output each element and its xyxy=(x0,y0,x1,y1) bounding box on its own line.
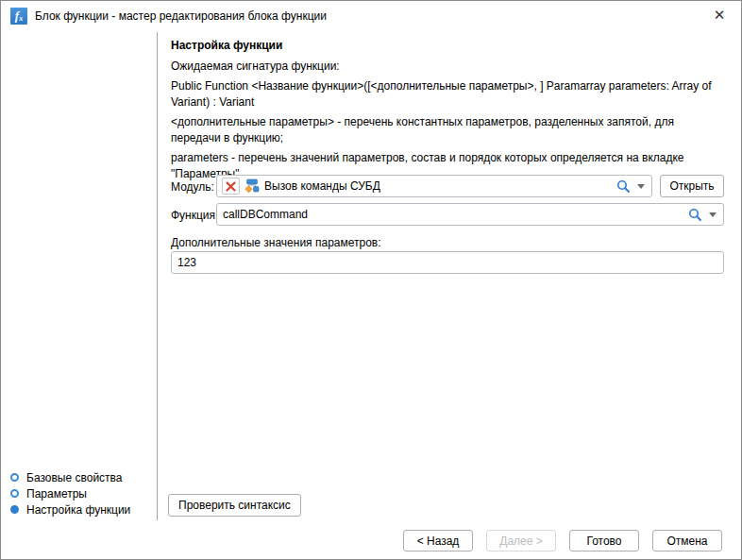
open-module-button[interactable]: Открыть xyxy=(660,175,724,197)
next-button: Далее > xyxy=(486,530,556,552)
step-label: Базовые свойства xyxy=(26,471,123,484)
fx-icon-x: x xyxy=(19,14,23,23)
module-label: Модуль: xyxy=(171,180,214,194)
step-bullet-icon xyxy=(10,473,19,482)
search-icon[interactable] xyxy=(688,208,702,222)
step-label: Параметры xyxy=(26,487,87,501)
wizard-dialog: fx Блок функции - мастер редактирования … xyxy=(0,0,742,560)
desc-signature: Public Function <Название функции>([<доп… xyxy=(171,78,726,110)
step-bullet-icon xyxy=(10,489,19,498)
step-label: Настройка функции xyxy=(26,503,130,517)
module-flowchart-icon xyxy=(245,178,260,194)
back-button[interactable]: < Назад xyxy=(403,530,473,552)
function-dropdown-icon[interactable] xyxy=(709,212,717,217)
step-function-setup[interactable]: Настройка функции xyxy=(10,501,130,518)
step-basic-properties[interactable]: Базовые свойства xyxy=(10,469,130,485)
module-combo[interactable]: Вызов команды СУБД xyxy=(216,175,652,197)
extra-params-input[interactable] xyxy=(171,251,724,274)
signature-description: Ожидаемая сигнатура функции: Public Func… xyxy=(171,59,726,186)
clear-module-button[interactable] xyxy=(222,178,240,195)
title-bar: fx Блок функции - мастер редактирования … xyxy=(1,1,741,31)
wizard-steps: Базовые свойства Параметры Настройка фун… xyxy=(10,469,130,518)
search-icon[interactable] xyxy=(616,179,631,194)
cancel-button[interactable]: Отмена xyxy=(652,530,722,552)
function-label: Функция: xyxy=(171,209,218,222)
desc-expected-signature: Ожидаемая сигнатура функции: xyxy=(171,59,726,75)
wizard-buttons: < Назад Далее > Готово Отмена xyxy=(403,530,722,552)
step-parameters[interactable]: Параметры xyxy=(10,485,130,501)
step-bullet-active-icon xyxy=(10,505,19,514)
function-fx-icon: fx xyxy=(10,8,27,25)
function-value: callDBCommand xyxy=(223,208,308,221)
window-title: Блок функции - мастер редактирования бло… xyxy=(35,1,327,31)
extra-params-label: Дополнительные значения параметров: xyxy=(171,236,381,249)
sidebar-divider xyxy=(157,32,158,520)
desc-extra-params: <дополнительные параметры> - перечень ко… xyxy=(171,114,726,146)
finish-button[interactable]: Готово xyxy=(569,530,639,552)
check-syntax-button[interactable]: Проверить синтаксис xyxy=(168,494,301,517)
module-value: Вызов команды СУБД xyxy=(264,179,380,193)
page-title: Настройка функции xyxy=(171,39,282,52)
close-icon[interactable]: ✕ xyxy=(703,1,735,31)
function-combo[interactable]: callDBCommand xyxy=(216,203,724,226)
red-x-icon xyxy=(226,181,236,192)
module-dropdown-icon[interactable] xyxy=(637,184,645,189)
